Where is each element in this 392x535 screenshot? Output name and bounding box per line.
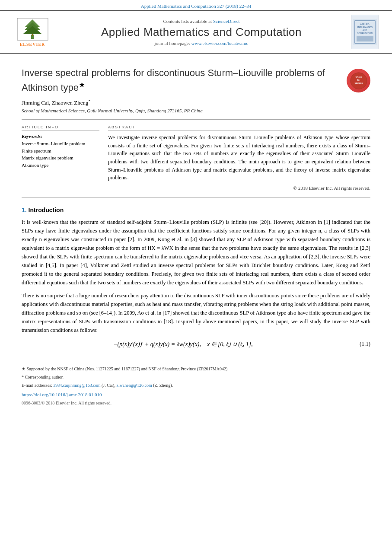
page: Applied Mathematics and Computation 327 … [0,0,392,535]
keyword-1: Inverse Sturm–Liouville problem [22,140,99,147]
svg-text:Check: Check [355,76,362,78]
section-introduction: 1. Introduction It is well-known that th… [22,207,370,334]
article-info: ARTICLE INFO Keywords: Inverse Sturm–Lio… [22,125,99,191]
equation-content: −(p(x)y′(x))′ + q(x)y(x) = λw(x)y(x), x … [22,341,344,348]
section-number: 1. [22,207,27,213]
journal-homepage-link[interactable]: www.elsevier.com/locate/amc [191,41,249,46]
copyright: © 2018 Elsevier Inc. All rights reserved… [108,185,370,191]
footer-section: ★ Supported by the NNSF of China (Nos. 1… [22,361,370,407]
issn-line: 0096-3003/© 2018 Elsevier Inc. All right… [22,400,370,406]
keyword-4: Atkinson type [22,162,99,169]
journal-cover-image: APPLIED MATHEMATICS AND COMPUTATION [351,15,379,49]
journal-top-bar: Applied Mathematics and Computation 327 … [0,0,392,10]
article-title: Inverse spectral problems for discontinu… [22,67,338,95]
footnote-1: ★ Supported by the NNSF of China (Nos. 1… [22,366,370,372]
svg-text:APPLIED: APPLIED [360,23,370,25]
journal-main-title: Applied Mathematics and Computation [59,25,344,39]
contents-line: Contents lists available at ScienceDirec… [59,19,344,24]
check-updates-icon: Check for updates [350,72,367,89]
email-2-name: (Z. Zheng). [153,383,173,388]
email-label: E-mail addresses: [22,383,52,388]
elsevier-logo: ELSEVIER [13,17,52,47]
keyword-2: Finite spectrum [22,147,99,155]
svg-text:COMPUTATION: COMPUTATION [357,32,373,35]
intro-paragraph-2: There is no surprise that a large number… [22,291,370,334]
svg-text:MATHEMATICS: MATHEMATICS [357,26,373,29]
divider-2 [22,197,370,198]
journal-homepage: journal homepage: www.elsevier.com/locat… [59,41,344,46]
svg-text:updates: updates [354,82,363,84]
email-1-name: (J. Cai), [102,383,115,388]
article-info-header: ARTICLE INFO [22,125,99,131]
abstract-section: ABSTRACT We investigate inverse spectral… [108,125,370,191]
footnote-2: * Corresponding author. [22,374,370,380]
doi-link[interactable]: https://doi.org/10.1016/j.amc.2018.01.01… [22,392,102,397]
article-title-text: Inverse spectral problems for discontinu… [22,67,338,95]
article-body: ARTICLE INFO Keywords: Inverse Sturm–Lio… [22,125,370,191]
cover-art-icon: APPLIED MATHEMATICS AND COMPUTATION [353,19,377,45]
divider-1 [22,119,370,120]
email-line: E-mail addresses: 3934.caijinming@163.co… [22,382,370,389]
svg-text:AND: AND [363,29,367,32]
main-content: Inverse spectral problems for discontinu… [0,54,392,417]
check-updates-badge: Check for updates [347,69,370,92]
abstract-header: ABSTRACT [108,125,370,131]
journal-reference: Applied Mathematics and Computation 327 … [141,3,251,9]
abstract-text: We investigate inverse spectral problems… [108,134,370,182]
article-title-section: Inverse spectral problems for discontinu… [22,62,370,95]
authors-line: Jinming Cai, Zhaowen Zheng* [22,99,370,106]
intro-paragraph-1: It is well-known that the spectrum of st… [22,218,370,287]
section-title-text: Introduction [29,207,64,213]
journal-header: ELSEVIER Contents lists available at Sci… [0,10,392,54]
equation-lhs: −(p(x)y′(x))′ + q(x)y(x) = λw(x)y(x), x … [113,341,253,347]
elsevier-brand-text: ELSEVIER [20,42,45,47]
keywords-label: Keywords: [22,134,99,139]
keyword-3: Matrix eigenvalue problem [22,154,99,162]
svg-text:for: for [357,79,360,81]
affiliation: School of Mathematical Sciences, Qufu No… [22,108,370,113]
equation-1-1: −(p(x)y′(x))′ + q(x)y(x) = λw(x)y(x), x … [22,341,370,348]
journal-title-center: Contents lists available at ScienceDirec… [59,19,344,46]
email-2-link[interactable]: zlwzheng@126.com [116,383,152,388]
corresponding-author-mark: * [89,99,91,103]
sciencedirect-link[interactable]: ScienceDirect [213,19,240,24]
email-1-link[interactable]: 3934.caijinming@163.com [53,383,100,388]
svg-rect-12 [357,36,373,41]
equation-number: (1.1) [344,341,370,347]
title-star: ★ [79,81,85,89]
elsevier-tree-icon [16,17,49,41]
section-1-title: 1. Introduction [22,207,370,213]
